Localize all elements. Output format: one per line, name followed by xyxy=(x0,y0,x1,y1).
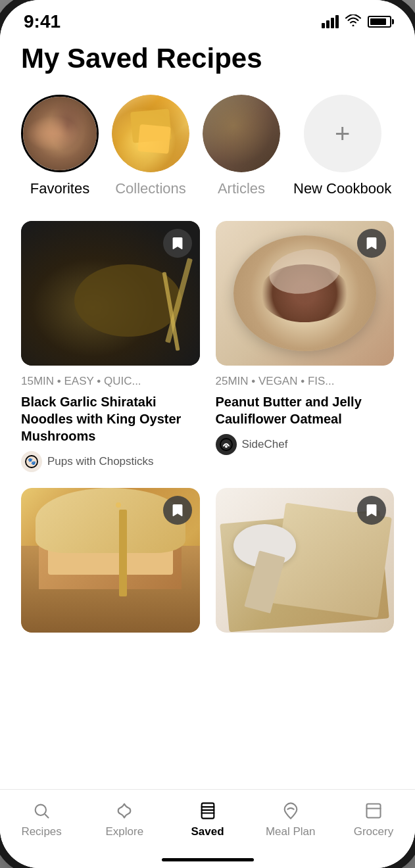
collection-label-favorites: Favorites xyxy=(30,180,89,197)
collection-circle-collections xyxy=(112,95,189,172)
collection-circle-articles xyxy=(203,95,280,172)
phone-frame: 9:41 M xyxy=(0,0,415,868)
collection-circle-favorites xyxy=(21,95,99,172)
battery-icon xyxy=(368,16,391,28)
recipe-meta-2: 25MIN • VEGAN • FIS... xyxy=(216,375,395,388)
recipe-title-2: Peanut Butter and Jelly Cauliflower Oatm… xyxy=(216,393,395,427)
author-avatar-1: 🐾 xyxy=(21,451,42,472)
plus-icon: + xyxy=(335,119,350,149)
author-name-1: Pups with Chopsticks xyxy=(47,455,154,468)
bookmark-button-4[interactable] xyxy=(357,496,386,525)
svg-point-0 xyxy=(353,24,354,26)
recipe-title-1: Black Garlic Shirataki Noodles with King… xyxy=(21,393,200,445)
nav-item-explore[interactable]: Explore xyxy=(83,800,166,838)
nav-label-meal-plan: Meal Plan xyxy=(266,825,316,838)
status-icons xyxy=(322,14,391,30)
recipe-image-container-2 xyxy=(216,221,395,366)
recipe-image-container-4 xyxy=(216,488,395,633)
collection-item-collections[interactable]: Collections xyxy=(112,95,189,197)
bookmark-button-3[interactable] xyxy=(163,496,192,525)
home-indicator xyxy=(162,858,254,861)
phone-inner: 9:41 M xyxy=(0,0,415,868)
svg-point-5 xyxy=(36,805,46,815)
collection-label-new-cookbook: New Cookbook xyxy=(293,180,391,197)
saved-icon xyxy=(197,800,218,821)
wifi-icon xyxy=(345,14,361,30)
collection-circle-new-cookbook: + xyxy=(304,95,381,172)
nav-label-saved: Saved xyxy=(191,825,224,838)
collection-item-articles[interactable]: Articles xyxy=(203,95,280,197)
signal-bars-icon xyxy=(322,15,339,28)
nav-label-recipes: Recipes xyxy=(21,825,61,838)
recipe-image-container-1 xyxy=(21,221,200,366)
collection-item-new-cookbook[interactable]: + New Cookbook xyxy=(293,95,391,197)
bookmark-button-2[interactable] xyxy=(357,229,386,258)
meal-plan-icon xyxy=(280,800,301,821)
page-title: My Saved Recipes xyxy=(21,43,394,74)
nav-label-grocery: Grocery xyxy=(354,825,393,838)
recipe-author-2: SideChef xyxy=(216,434,395,455)
author-name-2: SideChef xyxy=(242,438,288,451)
grocery-icon xyxy=(363,800,384,821)
collections-row: Favorites Collections xyxy=(21,95,394,197)
recipe-grid: 15MIN • EASY • QUIC... Black Garlic Shir… xyxy=(21,221,394,642)
nav-item-saved[interactable]: Saved xyxy=(166,800,249,838)
status-time: 9:41 xyxy=(24,11,61,32)
author-avatar-2 xyxy=(216,434,237,455)
nav-item-grocery[interactable]: Grocery xyxy=(332,800,415,838)
svg-rect-10 xyxy=(366,804,380,818)
nav-item-recipes[interactable]: Recipes xyxy=(0,800,83,838)
nav-item-meal-plan[interactable]: Meal Plan xyxy=(249,800,332,838)
svg-text:🐾: 🐾 xyxy=(28,457,36,466)
collection-item-favorites[interactable]: Favorites xyxy=(21,95,99,197)
svg-rect-6 xyxy=(201,803,214,818)
explore-icon xyxy=(114,800,135,821)
status-bar: 9:41 xyxy=(0,0,415,37)
recipe-card-1[interactable]: 15MIN • EASY • QUIC... Black Garlic Shir… xyxy=(21,221,200,472)
main-content: My Saved Recipes Favorites xyxy=(0,37,415,789)
recipe-card-2[interactable]: 25MIN • VEGAN • FIS... Peanut Butter and… xyxy=(216,221,395,472)
nav-label-explore: Explore xyxy=(105,825,143,838)
bottom-nav: Recipes Explore xyxy=(0,789,415,868)
collection-label-collections: Collections xyxy=(115,180,186,197)
recipe-image-container-3 xyxy=(21,488,200,633)
recipe-author-1: 🐾 Pups with Chopsticks xyxy=(21,451,200,472)
collection-label-articles: Articles xyxy=(218,180,265,197)
recipe-meta-1: 15MIN • EASY • QUIC... xyxy=(21,375,200,388)
bookmark-button-1[interactable] xyxy=(163,229,192,258)
svg-point-4 xyxy=(225,445,228,448)
recipe-card-3[interactable] xyxy=(21,488,200,642)
recipes-icon xyxy=(31,800,52,821)
recipe-card-4[interactable] xyxy=(216,488,395,642)
